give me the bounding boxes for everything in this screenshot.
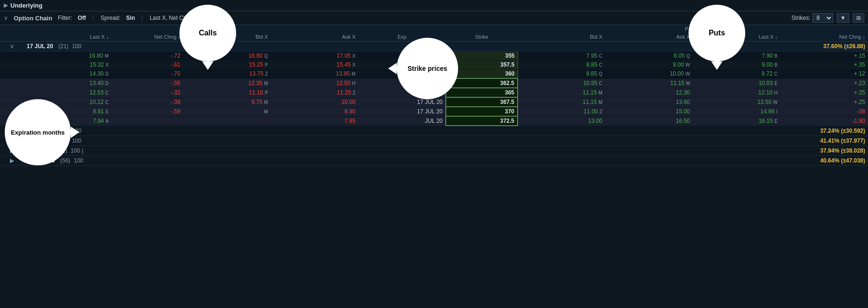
data-row-6: 8.81 E -.59 M 8.90 17 JUL 20 370 11.00 Z… [0, 107, 868, 116]
call-askx-7: 7.85 [271, 116, 358, 126]
put-askx-6: 15.00 [605, 107, 693, 116]
call-askx-3: 12.50 H [271, 78, 358, 88]
toolbar-right: Strikes: 8 10 12 All ▼ ⊞ [791, 13, 864, 23]
col-header-calls-lastx[interactable]: Last X ↓ [24, 33, 111, 42]
strike-3[interactable]: 362.5 [446, 78, 518, 88]
collapsed-group-2[interactable]: ▶ 7 AUG 20 (42) 100 ( 37.94% (±38.028) [0, 145, 868, 155]
call-lastx-1: 15.32 X [24, 60, 111, 69]
call-netchng-4: -.32 [111, 88, 183, 97]
col-header-expand [0, 33, 24, 42]
call-askx-6: 8.90 [271, 107, 358, 116]
put-askx-4: 12.30 [605, 88, 693, 97]
call-bidx-5: 9.75 M [183, 97, 271, 107]
put-askx-5: 13.60 [605, 97, 693, 107]
call-netchng-0: -.72 [111, 51, 183, 60]
collapsed-label-2: 7 AUG 20 (42) 100 ( [24, 145, 358, 155]
collapsed-pct-2: 37.94% (±38.028) [780, 145, 868, 155]
collapsed-pct-3: 40.64% (±47.038) [780, 155, 868, 165]
call-netchng-6: -.59 [111, 107, 183, 116]
put-netchng-5: +.25 [780, 97, 868, 107]
put-bidx-3: 10.95 C [518, 78, 605, 88]
call-bidx-1: 15.25 P [183, 60, 271, 69]
strike-7[interactable]: 372.5 [446, 116, 518, 126]
put-askx-1: 9.00 W [605, 60, 693, 69]
annotation-calls: Calls [179, 5, 236, 61]
put-lastx-4: 12.10 H [693, 88, 780, 97]
put-lastx-5: 13.50 W [693, 97, 780, 107]
put-lastx-6: 14.66 I [693, 107, 780, 116]
call-askx-0: 17.05 X [271, 51, 358, 60]
put-askx-7: 16.50 [605, 116, 693, 126]
toolbar-sep1: | [93, 15, 94, 21]
put-netchng-3: +.23 [780, 78, 868, 88]
annotation-puts: Puts [689, 5, 745, 61]
data-row-5: 10.12 C -.38 9.75 M 10.00 17 JUL 20 367.… [0, 97, 868, 107]
collapsed-label-3: 21 AUG 20 (56) 100 [24, 155, 358, 165]
col-header-puts-netchng[interactable]: Net Chng ↓ [780, 33, 868, 42]
col-header-puts-askx[interactable]: Ask X [605, 33, 693, 42]
option-chain-chevron[interactable]: ∨ [4, 15, 8, 21]
col-header-puts-bidx[interactable]: Bid X [518, 33, 605, 42]
call-netchng-5: -.38 [111, 97, 183, 107]
group-pct-jul17: 37.60% (±26.88) [780, 42, 868, 51]
strikes-control: Strikes: 8 10 12 All [791, 13, 833, 23]
put-lastx-7: 16.15 E [693, 116, 780, 126]
data-row-7: 7.94 A 7.85 JUL 20 372.5 13.00 16.50 16.… [0, 116, 868, 126]
call-askx-4: 11.25 Z [271, 88, 358, 97]
call-bidx-2: 13.75 Z [183, 69, 271, 79]
put-netchng-1: +.35 [780, 60, 868, 69]
put-bidx-0: 7.95 C [518, 51, 605, 60]
underlying-chevron[interactable]: ▶ [4, 2, 8, 9]
group-chevron-jul17[interactable]: ∨ [0, 42, 24, 51]
call-bidx-7 [183, 116, 271, 126]
call-netchng-7 [111, 116, 183, 126]
put-lastx-2: 9.72 C [693, 69, 780, 79]
spread-value[interactable]: Sin [126, 15, 135, 21]
annotation-expiration-months: Expiration months [5, 99, 71, 165]
call-askx-1: 15.45 X [271, 60, 358, 69]
put-bidx-5: 11.15 M [518, 97, 605, 107]
strikes-label: Strikes: [791, 15, 810, 21]
collapsed-pct-1: 41.41% (±37.977) [780, 136, 868, 145]
filter-icon-button[interactable]: ▼ [837, 13, 849, 23]
expand-icon-button[interactable]: ⊞ [853, 13, 864, 23]
put-bidx-2: 9.85 Q [518, 69, 605, 79]
top-bar: ▶ Underlying [0, 0, 868, 11]
put-lastx-3: 10.83 E [693, 78, 780, 88]
call-netchng-2: -.70 [111, 69, 183, 79]
call-lastx-3: 13.40 D [24, 78, 111, 88]
put-bidx-6: 11.00 Z [518, 107, 605, 116]
spread-label: Spread: [101, 15, 120, 21]
filter-value[interactable]: Off [78, 15, 86, 21]
exp-6: 17 JUL 20 [358, 107, 446, 116]
strike-5[interactable]: 367.5 [446, 97, 518, 107]
put-lastx-1: 9.00 B [693, 60, 780, 69]
put-netchng-6: -.08 [780, 107, 868, 116]
collapsed-group-0[interactable]: ▶ 24 JUL 20 (28) 100 37.24% (±30.592) [0, 126, 868, 136]
col-header-strike[interactable]: Strike [446, 33, 518, 42]
col-header-calls-netchng[interactable]: Net Chng ↓ [111, 33, 183, 42]
strike-4[interactable]: 365 [446, 88, 518, 97]
col-header-calls-askx[interactable]: Ask X [271, 33, 358, 42]
put-netchng-7: -1.80 [780, 116, 868, 126]
call-bidx-3: 12.35 M [183, 78, 271, 88]
put-netchng-2: +.12 [780, 69, 868, 79]
put-askx-2: 10.00 W [605, 69, 693, 79]
call-netchng-1: -.61 [111, 60, 183, 69]
underlying-title: Underlying [10, 2, 43, 9]
put-netchng-4: +.25 [780, 88, 868, 97]
call-lastx-2: 14.30 D [24, 69, 111, 79]
call-askx-5: 10.00 [271, 97, 358, 107]
put-askx-0: 8.05 Q [605, 51, 693, 60]
collapsed-group-1[interactable]: ▶ 31 JUL 20 (35) 100 41.41% (±37.977) [0, 136, 868, 145]
exp-7: JUL 20 [358, 116, 446, 126]
strike-6[interactable]: 370 [446, 107, 518, 116]
annotation-strike-prices: Strike prices [397, 38, 458, 99]
call-askx-2: 13.95 M [271, 69, 358, 79]
put-bidx-7: 13.00 [518, 116, 605, 126]
put-netchng-0: +.15 [780, 51, 868, 60]
collapsed-group-3[interactable]: ▶ 21 AUG 20 (56) 100 40.64% (±47.038) [0, 155, 868, 165]
call-netchng-3: -.55 [111, 78, 183, 88]
put-askx-3: 11.15 M [605, 78, 693, 88]
strikes-select[interactable]: 8 10 12 All [812, 13, 833, 23]
